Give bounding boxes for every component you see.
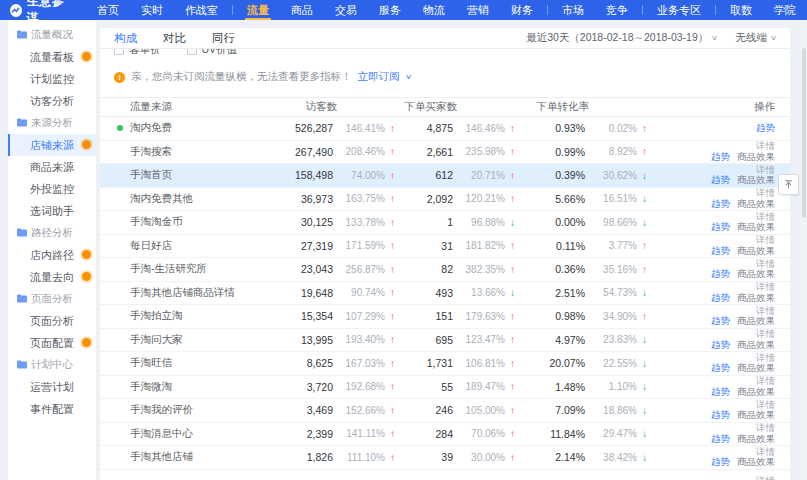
trend-link[interactable]: 趋势 bbox=[756, 123, 775, 134]
nav-item-product[interactable]: 商品 bbox=[280, 0, 324, 20]
back-to-top-button[interactable] bbox=[778, 174, 799, 195]
traffic-source-label: 手淘其他店铺商品详情 bbox=[130, 286, 235, 298]
sidebar-item[interactable]: 店内路径 bbox=[8, 244, 96, 266]
detail-link[interactable]: 详情 bbox=[756, 476, 775, 480]
metric-value: 246 bbox=[435, 404, 453, 416]
notification-dot bbox=[82, 338, 91, 347]
tab-0[interactable]: 构成 bbox=[114, 31, 137, 46]
trend-link[interactable]: 趋势 bbox=[711, 269, 730, 280]
trend-link[interactable]: 趋势 bbox=[711, 199, 730, 210]
metric-checkbox[interactable]: 客单价 bbox=[114, 49, 161, 57]
up-arrow-icon: ↑ bbox=[505, 358, 515, 369]
product-effect-link[interactable]: 商品效果 bbox=[737, 152, 775, 163]
nav-item-trade[interactable]: 交易 bbox=[324, 0, 368, 20]
nav-item-traffic[interactable]: 流量 bbox=[236, 0, 280, 20]
product-effect-link[interactable]: 商品效果 bbox=[737, 340, 775, 351]
traffic-source-cell: 淘内免费 bbox=[100, 121, 265, 135]
trend-link[interactable]: 趋势 bbox=[711, 246, 730, 257]
trend-link[interactable]: 趋势 bbox=[711, 152, 730, 163]
conversion-cell: 1.48%1.10%↓ bbox=[515, 381, 647, 393]
nav-item-realtime[interactable]: 实时 bbox=[130, 0, 174, 20]
sidebar-group-header: 来源分析 bbox=[8, 112, 96, 134]
trend-link[interactable]: 趋势 bbox=[711, 457, 730, 468]
sidebar-item[interactable]: 访客分析 bbox=[8, 90, 96, 112]
brand[interactable]: 生意参谋 bbox=[10, 0, 72, 27]
product-effect-link[interactable]: 商品效果 bbox=[737, 175, 775, 186]
sidebar-item[interactable]: 事件配置 bbox=[8, 398, 96, 420]
sidebar-item-label: 页面分析 bbox=[30, 315, 74, 327]
metric-value: 526,287 bbox=[295, 122, 333, 134]
sidebar-item[interactable]: 店铺来源 bbox=[8, 134, 96, 156]
nav-item-data-extract[interactable]: 取数 bbox=[719, 0, 763, 20]
up-arrow-icon: ↑ bbox=[385, 217, 395, 228]
trend-link[interactable]: 趋势 bbox=[711, 316, 730, 327]
metric-change: 98.66% bbox=[585, 217, 637, 228]
metric-change: 70.06% bbox=[453, 428, 505, 439]
tab-2[interactable]: 同行 bbox=[212, 31, 235, 46]
checkbox-label: UV价值 bbox=[202, 49, 238, 57]
trend-link[interactable]: 趋势 bbox=[711, 340, 730, 351]
operations-links: 趋势商品效果 bbox=[711, 293, 775, 304]
metric-change: 30.62% bbox=[585, 170, 637, 181]
metric-value: 1,826 bbox=[307, 451, 333, 463]
sidebar-item[interactable]: 流量看板 bbox=[8, 46, 96, 68]
buyers-cell: 49313.66%↓ bbox=[395, 287, 515, 299]
date-range-select[interactable]: 最近30天（2018-02-18～2018-03-19） ∨ bbox=[526, 31, 717, 45]
nav-item-market[interactable]: 市场 bbox=[551, 0, 595, 20]
tabs: 构成对比同行 bbox=[114, 31, 261, 46]
product-effect-link[interactable]: 商品效果 bbox=[737, 293, 775, 304]
visitors-cell: 3,469152.66%↑ bbox=[265, 404, 395, 416]
trend-link[interactable]: 趋势 bbox=[711, 363, 730, 374]
product-effect-link[interactable]: 商品效果 bbox=[737, 387, 775, 398]
product-effect-link[interactable]: 商品效果 bbox=[737, 410, 775, 421]
product-effect-link[interactable]: 商品效果 bbox=[737, 246, 775, 257]
column-header: 流量来源 bbox=[100, 100, 265, 114]
trend-link[interactable]: 趋势 bbox=[711, 434, 730, 445]
nav-item-war-room[interactable]: 作战室 bbox=[174, 0, 229, 20]
folder-icon bbox=[17, 359, 27, 371]
sidebar-item[interactable]: 外投监控 bbox=[8, 178, 96, 200]
terminal-select[interactable]: 无线端 ∨ bbox=[735, 31, 776, 45]
product-effect-link[interactable]: 商品效果 bbox=[737, 269, 775, 280]
nav-item-marketing[interactable]: 营销 bbox=[456, 0, 500, 20]
trend-link[interactable]: 趋势 bbox=[711, 410, 730, 421]
nav-item-service[interactable]: 服务 bbox=[368, 0, 412, 20]
metric-value: 493 bbox=[435, 287, 453, 299]
operations-links: 趋势商品效果 bbox=[711, 246, 775, 257]
sidebar-item[interactable]: 运营计划 bbox=[8, 376, 96, 398]
sidebar-item[interactable]: 计划监控 bbox=[8, 68, 96, 90]
sidebar-item[interactable]: 流量去向 bbox=[8, 266, 96, 288]
nav-item-home[interactable]: 首页 bbox=[86, 0, 130, 20]
product-effect-link[interactable]: 商品效果 bbox=[737, 222, 775, 233]
trend-link[interactable]: 趋势 bbox=[711, 387, 730, 398]
buyers-cell: 3930.00%↑ bbox=[395, 451, 515, 463]
nav-item-business-zone[interactable]: 业务专区 bbox=[646, 0, 712, 20]
metric-change: 20.71% bbox=[453, 170, 505, 181]
sidebar-item[interactable]: 页面配置 bbox=[8, 332, 96, 354]
product-effect-link[interactable]: 商品效果 bbox=[737, 316, 775, 327]
nav-item-finance[interactable]: 财务 bbox=[500, 0, 544, 20]
tab-1[interactable]: 对比 bbox=[163, 31, 186, 46]
table-row: 手淘我的评价3,469152.66%↑246105.00%↑7.09%18.86… bbox=[100, 399, 790, 423]
nav-item-logistics[interactable]: 物流 bbox=[412, 0, 456, 20]
scrollbar-thumb[interactable] bbox=[802, 48, 806, 218]
metric-change: 13.66% bbox=[453, 287, 505, 298]
sidebar-item[interactable]: 页面分析 bbox=[8, 310, 96, 332]
trend-link[interactable]: 趋势 bbox=[711, 222, 730, 233]
product-effect-link[interactable]: 商品效果 bbox=[737, 434, 775, 445]
conversion-cell: 0.93%0.02%↑ bbox=[515, 122, 647, 134]
nav-item-competition[interactable]: 竞争 bbox=[595, 0, 639, 20]
sidebar-group-label: 来源分析 bbox=[31, 116, 73, 130]
product-effect-link[interactable]: 商品效果 bbox=[737, 199, 775, 210]
product-effect-link[interactable]: 商品效果 bbox=[737, 457, 775, 468]
conversion-cell: 20.07%22.55%↓ bbox=[515, 357, 647, 369]
sidebar-item[interactable]: 选词助手 bbox=[8, 200, 96, 222]
metric-checkbox[interactable]: UV价值 bbox=[187, 49, 238, 57]
trend-link[interactable]: 趋势 bbox=[711, 175, 730, 186]
nav-item-academy[interactable]: 学院 bbox=[763, 0, 807, 20]
subscribe-link[interactable]: 立即订阅 bbox=[358, 70, 400, 84]
product-effect-link[interactable]: 商品效果 bbox=[737, 363, 775, 374]
sidebar-item[interactable]: 商品来源 bbox=[8, 156, 96, 178]
traffic-source-label: 手淘其他店铺 bbox=[130, 450, 193, 462]
trend-link[interactable]: 趋势 bbox=[711, 293, 730, 304]
